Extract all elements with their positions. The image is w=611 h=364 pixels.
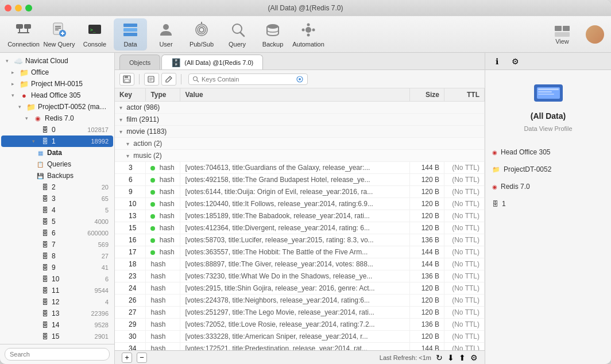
edit-button[interactable]	[144, 73, 159, 86]
col-type[interactable]: Type	[146, 88, 180, 102]
settings-button[interactable]: ⚙	[470, 353, 478, 362]
connection-button[interactable]: Connection	[7, 18, 40, 51]
separator	[139, 74, 140, 84]
sidebar-item-navicat-cloud[interactable]: ▾ ☁️ Navicat Cloud	[1, 55, 113, 67]
sidebar-item-db-12[interactable]: 🗄124	[1, 296, 113, 308]
separator	[181, 74, 181, 84]
close-button[interactable]	[5, 5, 11, 11]
table-row[interactable]: 34 hash [votes:172521, title:Predestinat…	[115, 343, 485, 351]
table-row[interactable]: 9 hash [votes:6144, title:Ouija: Origin …	[115, 186, 485, 198]
pub-sub-button[interactable]: Pub/Sub	[185, 18, 218, 51]
table-row[interactable]: ▾ film (2911)	[115, 114, 485, 126]
sidebar-item-label: 6	[52, 229, 87, 237]
chevron-down-icon: ▾	[6, 58, 13, 64]
table-row[interactable]: 23 hash [votes:73230, title:What We Do i…	[115, 270, 485, 282]
col-value[interactable]: Value	[180, 88, 410, 102]
sidebar-item-label: 12	[52, 298, 105, 306]
minimize-button[interactable]	[15, 5, 22, 11]
table-row[interactable]: 27 hash [votes:251297, title:The Lego Mo…	[115, 307, 485, 319]
sidebar-item-db-15[interactable]: 🗄152901	[1, 331, 113, 342]
sidebar-item-db-7[interactable]: 🗄7569	[1, 239, 113, 250]
col-key[interactable]: Key	[115, 88, 146, 102]
query-button[interactable]: Query	[221, 18, 254, 51]
table-row[interactable]: 29 hash [votes:72052, title:Love Rosie, …	[115, 319, 485, 331]
add-key-button[interactable]: +	[122, 353, 132, 363]
table-row[interactable]: 3 hash [votes:704613, title:Guardians of…	[115, 162, 485, 174]
tab-all-data[interactable]: 🗄️ (All Data) @1(Redis 7.0)	[161, 55, 263, 69]
sidebar-item-db-8[interactable]: 🗄827	[1, 250, 113, 262]
sidebar-item-db-10[interactable]: 🗄106	[1, 273, 113, 285]
sidebar-item-redis-70[interactable]: ▾ ◉ Redis 7.0	[1, 113, 113, 124]
table-row[interactable]: 10 hash [votes:120440, title:It Follows,…	[115, 198, 485, 210]
table-row[interactable]: ▾ music (2)	[115, 150, 485, 162]
sidebar-item-db-3[interactable]: 🗄365	[1, 193, 113, 204]
sidebar-item-office[interactable]: ▸ 📁 Office	[1, 67, 113, 78]
avatar[interactable]	[586, 25, 604, 44]
db-icon: 🗄	[40, 274, 49, 284]
type-cell: hash	[146, 174, 180, 186]
table-row[interactable]: ▾ movie (1183)	[115, 126, 485, 138]
table-row[interactable]: 16 hash [votes:58703, title:Lucifer, rel…	[115, 234, 485, 246]
automation-button[interactable]: Automation	[292, 18, 325, 51]
prev-page-button[interactable]: ⬇	[447, 353, 454, 362]
sidebar-item-label: Queries	[47, 160, 109, 168]
data-button[interactable]: Data	[114, 18, 147, 51]
view-button[interactable]: View	[548, 24, 577, 45]
refresh-button[interactable]: ↻	[436, 353, 443, 362]
sidebar-item-db-2[interactable]: 🗄220	[1, 181, 113, 193]
table-row[interactable]: ▾ actor (986)	[115, 102, 485, 114]
sidebar-item-db-13[interactable]: 🗄1322396	[1, 308, 113, 319]
info-button[interactable]: ℹ	[490, 55, 504, 68]
settings-panel-button[interactable]: ⚙	[508, 55, 522, 68]
db-icon: 🗄	[40, 125, 49, 134]
user-button[interactable]: User	[149, 18, 183, 51]
sidebar-item-project-mh[interactable]: ▸ 📁 Project MH-0015	[1, 78, 113, 90]
sidebar-item-head-office[interactable]: ▾ ● Head Office 305	[1, 90, 113, 101]
maximize-button[interactable]	[25, 5, 32, 11]
tab-icon: 🗄️	[171, 58, 181, 67]
sidebar-item-queries[interactable]: 📋 Queries	[1, 158, 113, 170]
sidebar-item-backups[interactable]: 💾 Backups	[1, 170, 113, 181]
value-cell: [votes:120440, title:It Follows, release…	[180, 198, 410, 210]
table-row[interactable]: 26 hash [votes:224378, title:Neighbors, …	[115, 295, 485, 307]
pencil-button[interactable]	[161, 73, 176, 86]
sidebar-item-project-dt[interactable]: ▾ 📁 ProjectDT-0052 (marybrow...)	[1, 101, 113, 113]
table-row[interactable]: ▾ action (2)	[115, 138, 485, 150]
table-row[interactable]: 15 hash [votes:412364, title:Divergent, …	[115, 222, 485, 234]
svg-rect-49	[538, 94, 554, 95]
table-row[interactable]: 6 hash [votes:492158, title:The Grand Bu…	[115, 174, 485, 186]
view-label: View	[555, 38, 569, 45]
sidebar-item-db-9[interactable]: 🗄941	[1, 262, 113, 273]
table-row[interactable]: 30 hash [votes:333228, title:American Sn…	[115, 331, 485, 343]
search-input[interactable]	[5, 348, 110, 361]
sidebar-item-db-6[interactable]: 🗄6600000	[1, 227, 113, 239]
table-row[interactable]: 24 hash [votes:2915, title:Shin Gojira, …	[115, 282, 485, 295]
console-button[interactable]: >_ Console	[78, 18, 111, 51]
save-button[interactable]	[119, 73, 134, 86]
table-row[interactable]: 17 hash [votes:363557, title:The Hobbit:…	[115, 246, 485, 258]
sidebar-item-label: 3	[52, 195, 102, 203]
status-bar-actions: + −	[122, 353, 147, 363]
db-icon: 🗄	[40, 251, 49, 261]
backup-button[interactable]: Backup	[256, 18, 289, 51]
db-icon: 🗄	[40, 286, 49, 295]
search-submit-icon[interactable]	[296, 75, 304, 83]
sidebar-item-db-4[interactable]: 🗄45	[1, 204, 113, 216]
sidebar-item-db-14[interactable]: 🗄149528	[1, 319, 113, 331]
remove-key-button[interactable]: −	[137, 353, 147, 363]
col-ttl[interactable]: TTL	[444, 88, 485, 102]
size-cell: 120 B	[410, 295, 444, 307]
tab-objects[interactable]: Objects	[119, 55, 160, 69]
key-search-input[interactable]	[202, 76, 293, 83]
sidebar-item-count: 65	[102, 195, 109, 202]
next-page-button[interactable]: ⬆	[459, 353, 466, 362]
sidebar-item-db-11[interactable]: 🗄119544	[1, 285, 113, 296]
new-query-button[interactable]: New Query	[42, 18, 76, 51]
sidebar-item-db-5[interactable]: 🗄54000	[1, 216, 113, 227]
table-row[interactable]: 18 hash [votes:88897, title:The Giver, r…	[115, 258, 485, 270]
sidebar-item-db-0[interactable]: 🗄 0 102817	[1, 124, 113, 135]
sidebar-item-data[interactable]: ▦ Data	[1, 147, 113, 158]
table-row[interactable]: 13 hash [votes:185189, title:The Babadoo…	[115, 210, 485, 222]
col-size[interactable]: Size	[410, 88, 444, 102]
sidebar-item-db-1[interactable]: ▾ 🗄 1 18992	[1, 135, 113, 147]
